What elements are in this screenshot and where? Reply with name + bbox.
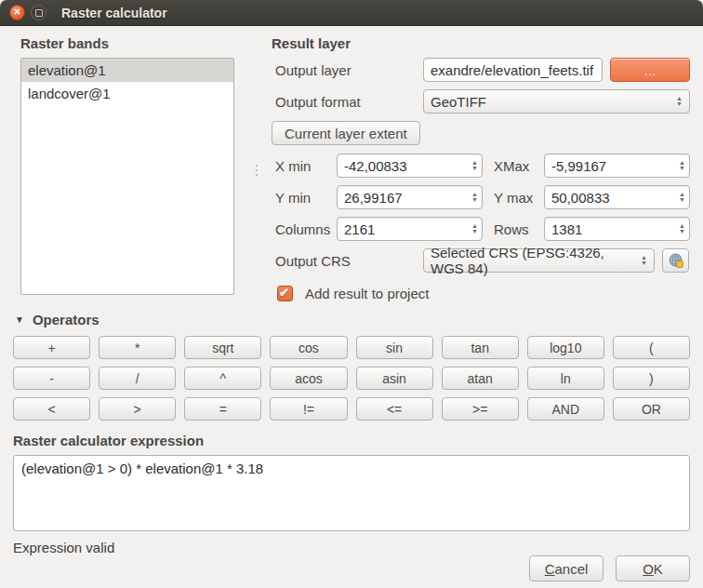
operators-section: ▼ Operators + * sqrt cos sin tan log10 (… (13, 312, 690, 421)
combo-spinner-icon: ▲▼ (641, 255, 647, 266)
output-layer-row: Output layer ... (272, 58, 690, 82)
dialog-content: Raster bands elevation@1 landcover@1 Res… (0, 26, 703, 588)
expression-textarea[interactable]: (elevation@1 > 0) * elevation@1 * 3.18 (13, 455, 690, 531)
ymin-label: Y min (272, 190, 329, 206)
raster-band-item[interactable]: landcover@1 (21, 82, 233, 105)
add-result-checkbox[interactable]: ✔ (277, 286, 293, 301)
operator-button-multiply[interactable]: * (99, 336, 176, 359)
raster-bands-panel: Raster bands elevation@1 landcover@1 (13, 35, 242, 304)
ymax-input[interactable] (544, 185, 690, 209)
operator-button-greater-than[interactable]: > (99, 397, 176, 421)
operator-button-log10[interactable]: log10 (527, 336, 604, 359)
operator-button-sqrt[interactable]: sqrt (184, 336, 261, 359)
dialog-footer: Cancel OK (13, 555, 690, 581)
top-section: Raster bands elevation@1 landcover@1 Res… (13, 35, 690, 304)
operator-button-minus[interactable]: - (13, 367, 90, 390)
xmax-label: XMax (490, 158, 537, 174)
operator-button-acos[interactable]: acos (270, 367, 347, 390)
select-crs-button[interactable] (662, 248, 689, 273)
operator-button-not-equal[interactable]: != (270, 397, 347, 421)
expression-status: Expression valid (13, 540, 690, 555)
extent-button-row: Current layer extent (272, 121, 690, 145)
result-layer-panel: Result layer Output layer ... Output for… (272, 35, 690, 304)
operator-button-asin[interactable]: asin (356, 367, 433, 390)
ymax-spinner[interactable]: ▲▼ (679, 185, 685, 209)
operators-grid: + * sqrt cos sin tan log10 ( - / ^ acos … (13, 336, 690, 421)
ymin-input[interactable] (337, 185, 483, 209)
size-row: Columns ▲▼ Rows ▲▼ (272, 217, 690, 241)
raster-band-item[interactable]: elevation@1 (21, 59, 233, 82)
operators-header[interactable]: ▼ Operators (15, 312, 690, 327)
globe-crs-icon (668, 252, 684, 269)
operator-button-equals[interactable]: = (184, 397, 261, 421)
operator-button-less-equal[interactable]: <= (356, 397, 433, 421)
add-result-label: Add result to project (301, 286, 429, 301)
operator-button-and[interactable]: AND (527, 397, 604, 421)
result-layer-label: Result layer (272, 35, 690, 51)
output-layer-input[interactable] (423, 58, 603, 82)
ymin-spinner[interactable]: ▲▼ (471, 185, 478, 209)
cancel-button[interactable]: Cancel (529, 555, 604, 581)
browse-button[interactable]: ... (610, 58, 690, 82)
raster-calculator-dialog: ✕ Raster calculator Raster bands elevati… (0, 0, 703, 588)
xmin-spinner[interactable]: ▲▼ (471, 154, 478, 178)
columns-input[interactable] (337, 217, 483, 241)
columns-spinner[interactable]: ▲▼ (471, 217, 478, 241)
close-button[interactable]: ✕ (9, 5, 25, 20)
output-crs-value: Selected CRS (EPSG:4326, WGS 84) (431, 245, 635, 276)
output-format-label: Output format (272, 94, 416, 110)
cancel-button-label: Cancel (543, 561, 590, 577)
ok-button[interactable]: OK (616, 555, 690, 581)
operator-button-greater-equal[interactable]: >= (442, 397, 519, 421)
operator-button-less-than[interactable]: < (13, 397, 90, 421)
output-layer-label: Output layer (272, 62, 416, 78)
rows-spinner[interactable]: ▲▼ (679, 217, 685, 241)
operator-button-open-paren[interactable]: ( (613, 336, 690, 359)
operator-button-or[interactable]: OR (613, 397, 690, 421)
columns-label: Columns (272, 221, 329, 237)
xmax-spinner[interactable]: ▲▼ (679, 154, 685, 178)
output-crs-combo[interactable]: Selected CRS (EPSG:4326, WGS 84) ▲▼ (423, 248, 655, 273)
output-format-row: Output format GeoTIFF ▲▼ (272, 89, 690, 114)
xmin-label: X min (272, 158, 329, 174)
splitter-handle[interactable] (242, 35, 272, 304)
splitter-grip-icon (256, 169, 258, 171)
operator-button-tan[interactable]: tan (442, 336, 519, 359)
operator-button-close-paren[interactable]: ) (613, 367, 690, 390)
operator-button-atan[interactable]: atan (442, 367, 519, 390)
expression-label: Raster calculator expression (13, 433, 690, 448)
xmin-input[interactable] (337, 154, 483, 178)
close-icon: ✕ (13, 7, 20, 17)
combo-spinner-icon: ▲▼ (676, 96, 683, 107)
ok-button-label: OK (630, 561, 676, 577)
xmax-input[interactable] (544, 154, 690, 178)
y-extent-row: Y min ▲▼ Y max ▲▼ (272, 185, 690, 209)
raster-bands-list[interactable]: elevation@1 landcover@1 (20, 58, 234, 295)
output-crs-row: Output CRS Selected CRS (EPSG:4326, WGS … (272, 248, 690, 273)
operators-label: Operators (33, 312, 99, 327)
ymax-label: Y max (490, 190, 537, 206)
maximize-icon (35, 9, 43, 17)
add-result-row: ✔ Add result to project (277, 282, 690, 304)
operator-button-sin[interactable]: sin (356, 336, 433, 359)
rows-input[interactable] (544, 217, 690, 241)
window-title: Raster calculator (61, 6, 167, 20)
operator-button-divide[interactable]: / (99, 367, 176, 390)
rows-label: Rows (490, 221, 537, 237)
titlebar[interactable]: ✕ Raster calculator (0, 0, 703, 26)
checkmark-icon: ✔ (279, 286, 289, 300)
raster-bands-label: Raster bands (20, 35, 242, 51)
operator-button-plus[interactable]: + (13, 336, 90, 359)
current-layer-extent-button[interactable]: Current layer extent (272, 121, 420, 145)
operator-button-power[interactable]: ^ (184, 367, 261, 390)
splitter-grip-icon (256, 165, 258, 167)
output-crs-label: Output CRS (272, 253, 416, 269)
operator-button-ln[interactable]: ln (527, 367, 604, 390)
maximize-button[interactable] (31, 5, 46, 20)
x-extent-row: X min ▲▼ XMax ▲▼ (272, 154, 690, 178)
output-format-value: GeoTIFF (431, 94, 486, 110)
output-format-combo[interactable]: GeoTIFF ▲▼ (423, 89, 690, 114)
operator-button-cos[interactable]: cos (270, 336, 347, 359)
chevron-down-icon: ▼ (15, 314, 24, 325)
splitter-grip-icon (256, 174, 258, 176)
